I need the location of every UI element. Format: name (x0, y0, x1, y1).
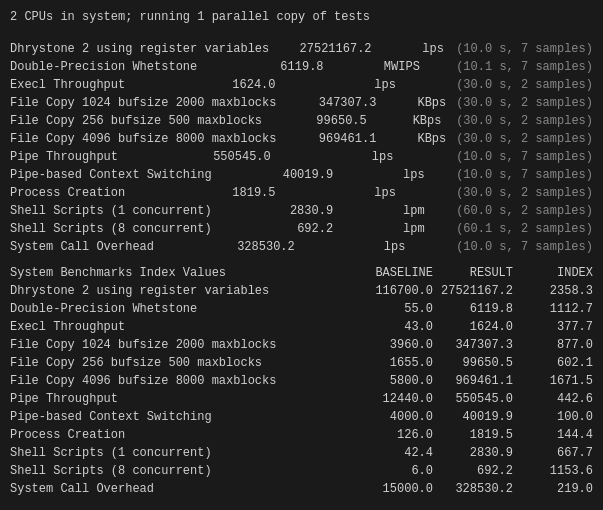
index-row-baseline: 1655.0 (353, 354, 433, 372)
bench-samples: (30.0 s, 2 samples) (456, 130, 593, 148)
index-col-baseline: BASELINE (353, 264, 433, 282)
bench-unit: lps (336, 184, 396, 202)
index-row-index: 442.6 (513, 390, 593, 408)
index-row-result: 1624.0 (433, 318, 513, 336)
bench-value: 692.2 (243, 220, 333, 238)
benchmark-row: File Copy 1024 bufsize 2000 maxblocks 34… (10, 94, 593, 112)
index-row: File Copy 1024 bufsize 2000 maxblocks 39… (10, 336, 593, 354)
index-row-label: System Call Overhead (10, 480, 353, 498)
index-row-baseline: 3960.0 (353, 336, 433, 354)
index-row-label: Dhrystone 2 using register variables (10, 282, 353, 300)
bench-value: 27521167.2 (282, 40, 372, 58)
index-col-index: INDEX (513, 264, 593, 282)
benchmark-row: Shell Scripts (8 concurrent) 692.2 lpm (… (10, 220, 593, 238)
benchmark-row: Pipe Throughput 550545.0 lps (10.0 s, 7 … (10, 148, 593, 166)
bench-samples: (10.0 s, 7 samples) (456, 238, 593, 256)
bench-samples: (30.0 s, 2 samples) (456, 76, 593, 94)
index-row-label: File Copy 1024 bufsize 2000 maxblocks (10, 336, 353, 354)
index-row-baseline: 4000.0 (353, 408, 433, 426)
index-row-label: File Copy 4096 bufsize 8000 maxblocks (10, 372, 353, 390)
index-row-result: 6119.8 (433, 300, 513, 318)
index-row-result: 328530.2 (433, 480, 513, 498)
bench-value: 1624.0 (186, 76, 276, 94)
bench-label: Execl Throughput (10, 76, 125, 94)
index-row-label: Process Creation (10, 426, 353, 444)
index-row-index: 1671.5 (513, 372, 593, 390)
bench-samples: (60.0 s, 2 samples) (456, 202, 593, 220)
index-row-result: 1819.5 (433, 426, 513, 444)
bench-unit: lps (333, 148, 393, 166)
index-row-label: Double-Precision Whetstone (10, 300, 353, 318)
index-row-label: File Copy 256 bufsize 500 maxblocks (10, 354, 353, 372)
bench-value: 99650.5 (277, 112, 367, 130)
bench-label: Shell Scripts (8 concurrent) (10, 220, 212, 238)
index-row-baseline: 6.0 (353, 462, 433, 480)
index-row-label: Execl Throughput (10, 318, 353, 336)
bench-unit: lps (336, 76, 396, 94)
bench-unit: lps (365, 166, 425, 184)
bench-samples: (10.0 s, 7 samples) (456, 40, 593, 58)
index-row-index: 1112.7 (513, 300, 593, 318)
index-row-index: 1153.6 (513, 462, 593, 480)
bench-unit: KBps (386, 94, 446, 112)
index-row-label: Pipe Throughput (10, 390, 353, 408)
bench-value: 969461.1 (286, 130, 376, 148)
bench-label: Dhrystone 2 using register variables (10, 40, 269, 58)
index-row-baseline: 126.0 (353, 426, 433, 444)
index-row-index: 100.0 (513, 408, 593, 426)
index-row-index: 219.0 (513, 480, 593, 498)
bench-label: Process Creation (10, 184, 125, 202)
index-row: Process Creation 126.0 1819.5 144.4 (10, 426, 593, 444)
bench-value: 328530.2 (205, 238, 295, 256)
bench-label: File Copy 256 bufsize 500 maxblocks (10, 112, 262, 130)
benchmark-row: System Call Overhead 328530.2 lps (10.0 … (10, 238, 593, 256)
index-row: File Copy 4096 bufsize 8000 maxblocks 58… (10, 372, 593, 390)
index-row: Shell Scripts (1 concurrent) 42.4 2830.9… (10, 444, 593, 462)
index-row-index: 2358.3 (513, 282, 593, 300)
bench-unit: lps (345, 238, 405, 256)
bench-value: 1819.5 (186, 184, 276, 202)
benchmark-row: File Copy 256 bufsize 500 maxblocks 9965… (10, 112, 593, 130)
index-header-label: System Benchmarks Index Values (10, 264, 353, 282)
index-row-result: 550545.0 (433, 390, 513, 408)
index-row-index: 144.4 (513, 426, 593, 444)
index-row: Execl Throughput 43.0 1624.0 377.7 (10, 318, 593, 336)
index-row-index: 877.0 (513, 336, 593, 354)
index-row-baseline: 42.4 (353, 444, 433, 462)
bench-label: File Copy 1024 bufsize 2000 maxblocks (10, 94, 276, 112)
bench-unit: KBps (386, 130, 446, 148)
bench-value: 550545.0 (181, 148, 271, 166)
index-row-result: 27521167.2 (433, 282, 513, 300)
index-row-label: Pipe-based Context Switching (10, 408, 353, 426)
index-row: System Call Overhead 15000.0 328530.2 21… (10, 480, 593, 498)
index-row-index: 602.1 (513, 354, 593, 372)
bench-label: Pipe-based Context Switching (10, 166, 212, 184)
header-line: 2 CPUs in system; running 1 parallel cop… (10, 8, 593, 26)
benchmark-row: Process Creation 1819.5 lps (30.0 s, 2 s… (10, 184, 593, 202)
index-row-label: Shell Scripts (8 concurrent) (10, 462, 353, 480)
index-row-result: 692.2 (433, 462, 513, 480)
bench-label: System Call Overhead (10, 238, 154, 256)
index-col-result: RESULT (433, 264, 513, 282)
bench-unit: KBps (381, 112, 441, 130)
index-row: Dhrystone 2 using register variables 116… (10, 282, 593, 300)
bench-unit: lps (384, 40, 444, 58)
index-row: Shell Scripts (8 concurrent) 6.0 692.2 1… (10, 462, 593, 480)
bench-unit: lpm (365, 220, 425, 238)
bench-label: Double-Precision Whetstone (10, 58, 197, 76)
index-row-baseline: 12440.0 (353, 390, 433, 408)
index-row-baseline: 15000.0 (353, 480, 433, 498)
bench-value: 2830.9 (243, 202, 333, 220)
bench-samples: (60.1 s, 2 samples) (456, 220, 593, 238)
index-row: Pipe-based Context Switching 4000.0 4001… (10, 408, 593, 426)
bench-label: Shell Scripts (1 concurrent) (10, 202, 212, 220)
bench-unit: lpm (365, 202, 425, 220)
benchmark-row: Execl Throughput 1624.0 lps (30.0 s, 2 s… (10, 76, 593, 94)
index-row: File Copy 256 bufsize 500 maxblocks 1655… (10, 354, 593, 372)
index-row-baseline: 5800.0 (353, 372, 433, 390)
bench-samples: (30.0 s, 2 samples) (456, 112, 593, 130)
index-row: Double-Precision Whetstone 55.0 6119.8 1… (10, 300, 593, 318)
index-row-result: 347307.3 (433, 336, 513, 354)
bench-samples: (10.0 s, 7 samples) (456, 166, 593, 184)
index-row-result: 99650.5 (433, 354, 513, 372)
